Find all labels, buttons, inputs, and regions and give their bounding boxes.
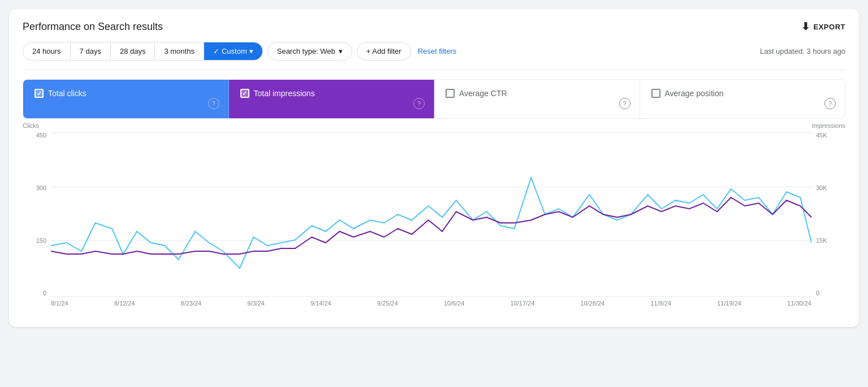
clicks-label: Total clicks	[48, 89, 87, 98]
filter-row: 24 hours 7 days 28 days 3 months ✓ Custo…	[23, 42, 845, 70]
main-card: Performance on Search results ⬇ EXPORT 2…	[9, 9, 859, 327]
x-label-10: 11/19/24	[717, 300, 741, 307]
y-left-0: 0	[43, 290, 46, 296]
y-right-45k: 45K	[816, 132, 827, 139]
y-axis-left-title: Clicks	[23, 122, 39, 129]
page-title: Performance on Search results	[23, 21, 163, 33]
add-filter-button[interactable]: + Add filter	[357, 42, 411, 61]
position-checkbox[interactable]	[651, 89, 660, 98]
chevron-down-icon: ▾	[249, 47, 253, 55]
filter-28days[interactable]: 28 days	[111, 42, 156, 60]
filter-custom[interactable]: ✓ Custom ▾	[204, 42, 262, 60]
x-axis: 8/1/24 8/12/24 8/23/24 9/3/24 9/14/24 9/…	[51, 296, 811, 313]
x-label-7: 10/17/24	[510, 300, 534, 307]
time-filter-group: 24 hours 7 days 28 days 3 months ✓ Custo…	[23, 42, 263, 61]
x-label-6: 10/6/24	[444, 300, 465, 307]
ctr-checkbox[interactable]	[446, 89, 455, 98]
y-axis-right-title: Impressions	[812, 122, 845, 129]
y-left-150: 150	[36, 238, 46, 244]
clicks-checkbox[interactable]	[34, 89, 44, 98]
y-left-450: 450	[36, 132, 46, 139]
impressions-help-icon[interactable]: ?	[413, 98, 425, 109]
export-button[interactable]: ⬇ EXPORT	[801, 20, 845, 33]
reset-filters-button[interactable]: Reset filters	[416, 42, 459, 60]
chart-area: Clicks Impressions 450 300 150 0 45K 30K…	[23, 123, 845, 318]
x-label-8: 10/28/24	[580, 300, 604, 307]
header-row: Performance on Search results ⬇ EXPORT	[23, 20, 845, 33]
x-label-1: 8/12/24	[114, 300, 135, 307]
chart-container: Clicks Impressions 450 300 150 0 45K 30K…	[23, 132, 845, 313]
metric-card-impressions[interactable]: Total impressions ?	[229, 80, 435, 118]
ctr-label: Average CTR	[459, 89, 507, 98]
clicks-help-icon[interactable]: ?	[208, 98, 219, 109]
check-icon: ✓	[213, 47, 219, 55]
y-axis-left: 450 300 150 0	[23, 132, 51, 296]
x-label-11: 11/30/24	[787, 300, 811, 307]
chart-svg	[51, 132, 811, 296]
x-label-9: 11/8/24	[650, 300, 671, 307]
ctr-help-icon[interactable]: ?	[619, 98, 631, 109]
x-label-3: 9/3/24	[247, 300, 265, 307]
x-label-4: 9/14/24	[310, 300, 331, 307]
x-label-5: 9/25/24	[377, 300, 398, 307]
x-label-2: 8/23/24	[181, 300, 202, 307]
filter-7days[interactable]: 7 days	[71, 42, 111, 60]
search-type-filter[interactable]: Search type: Web ▾	[267, 42, 352, 61]
x-label-0: 8/1/24	[51, 300, 68, 307]
impressions-checkbox[interactable]	[240, 89, 249, 98]
y-right-15k: 15K	[816, 238, 827, 244]
position-label: Average position	[665, 89, 724, 98]
chevron-down-icon: ▾	[339, 47, 343, 55]
y-right-30k: 30K	[816, 185, 827, 191]
filter-3months[interactable]: 3 months	[155, 42, 204, 60]
y-axis-right: 45K 30K 15K 0	[811, 132, 845, 296]
metric-card-ctr[interactable]: Average CTR ?	[434, 80, 640, 118]
metric-card-clicks[interactable]: Total clicks ?	[23, 80, 229, 118]
position-help-icon[interactable]: ?	[824, 98, 836, 109]
export-icon: ⬇	[801, 20, 810, 33]
y-left-300: 300	[36, 185, 46, 191]
last-updated: Last updated: 3 hours ago	[760, 47, 845, 55]
filter-24hours[interactable]: 24 hours	[23, 42, 71, 60]
metric-cards: Total clicks ? Total impressions ? Avera…	[23, 79, 845, 119]
impressions-label: Total impressions	[254, 89, 315, 98]
y-right-0: 0	[816, 290, 819, 296]
metric-card-position[interactable]: Average position ?	[640, 80, 845, 118]
